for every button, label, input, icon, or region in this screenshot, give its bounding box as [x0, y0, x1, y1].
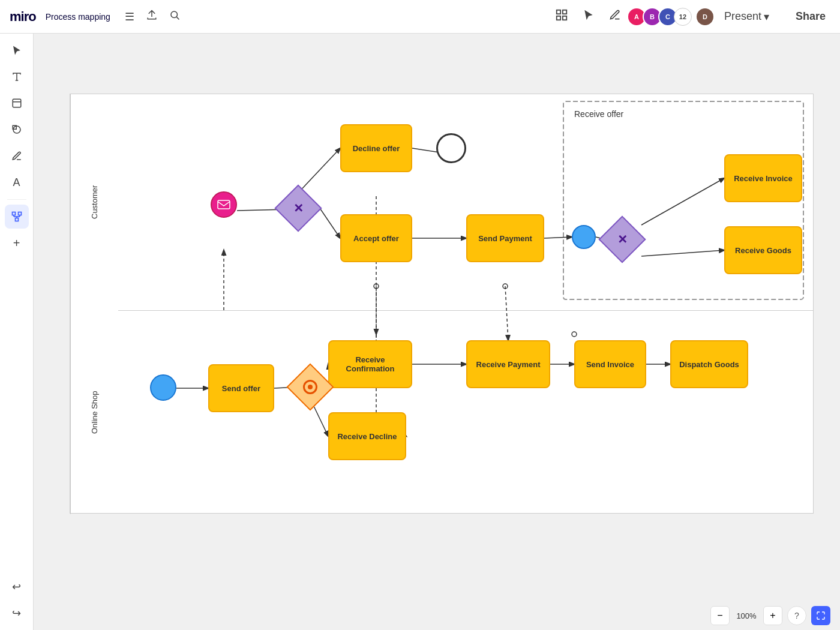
svg-line-25 — [317, 205, 340, 238]
grid-apps-button[interactable] — [550, 5, 573, 28]
zoom-level: 100% — [734, 611, 758, 620]
lane-online-shop: Online Shop — [70, 310, 118, 514]
lane-divider — [118, 310, 813, 311]
zoom-out-button[interactable]: − — [710, 606, 730, 625]
svg-rect-3 — [563, 10, 566, 14]
svg-line-28 — [544, 237, 572, 238]
svg-line-36 — [505, 286, 508, 340]
pen-tool[interactable] — [5, 144, 29, 168]
pen-tool-button[interactable] — [604, 5, 626, 28]
fit-screen-button[interactable] — [811, 606, 830, 625]
lane-customer: Customer — [70, 94, 118, 310]
text-tool-2[interactable]: A — [5, 170, 29, 194]
svg-rect-14 — [12, 212, 15, 215]
cursor-tool-button[interactable] — [578, 5, 599, 28]
svg-point-46 — [503, 284, 508, 289]
svg-line-24 — [302, 148, 340, 189]
svg-point-47 — [572, 332, 577, 337]
menu-button[interactable]: ☰ — [120, 7, 139, 27]
svg-point-8 — [789, 18, 791, 20]
end-event — [436, 133, 466, 163]
gateway-3[interactable] — [293, 370, 327, 404]
message-event — [211, 191, 237, 218]
svg-rect-5 — [563, 16, 566, 20]
svg-point-45 — [374, 284, 379, 289]
svg-line-31 — [641, 250, 724, 256]
send-payment-task[interactable]: Send Payment — [466, 214, 544, 262]
svg-line-30 — [641, 178, 724, 225]
app-logo: miro — [10, 9, 36, 25]
canvas-area[interactable]: Customer Online Shop Receive offer — [34, 34, 840, 630]
export-button[interactable] — [142, 6, 162, 27]
svg-line-10 — [787, 14, 789, 16]
svg-rect-4 — [557, 16, 560, 20]
help-button[interactable]: ? — [787, 606, 806, 625]
send-offer-task[interactable]: Send offer — [208, 364, 274, 412]
dispatch-goods-task[interactable]: Dispatch Goods — [670, 340, 748, 388]
svg-point-6 — [789, 13, 791, 16]
start-event — [150, 374, 176, 401]
receive-decline-task[interactable]: Receive Decline — [328, 412, 406, 460]
topbar: miro Process mapping ☰ — [0, 0, 840, 34]
sticky-note-tool[interactable] — [5, 91, 29, 115]
sidebar-divider — [7, 199, 26, 200]
process-diagram: Customer Online Shop Receive offer — [70, 94, 814, 514]
accept-offer-task[interactable]: Accept offer — [340, 214, 412, 262]
svg-rect-16 — [15, 218, 18, 221]
shape-tool[interactable] — [5, 118, 29, 142]
bottombar: − 100% + ? — [0, 601, 840, 630]
svg-rect-11 — [13, 99, 21, 107]
receive-invoice-task[interactable]: Receive Invoice — [724, 154, 802, 202]
receive-confirmation-task[interactable]: Receive Confirmation — [328, 340, 412, 388]
svg-text:Receive offer: Receive offer — [574, 109, 624, 119]
svg-line-40 — [314, 406, 328, 436]
text-tool[interactable] — [5, 65, 29, 89]
svg-rect-15 — [18, 212, 21, 215]
undo-tool[interactable]: ↩ — [5, 575, 29, 599]
zoom-in-button[interactable]: + — [763, 606, 782, 625]
svg-rect-2 — [557, 10, 560, 14]
svg-rect-48 — [218, 200, 230, 209]
receive-payment-task[interactable]: Receive Payment — [466, 340, 550, 388]
avatar-4: D — [695, 7, 715, 26]
decline-offer-task[interactable]: Decline offer — [340, 124, 412, 172]
present-button[interactable]: Present ▾ — [719, 7, 774, 27]
intermediate-event — [572, 225, 596, 249]
svg-point-0 — [171, 11, 178, 18]
svg-line-9 — [787, 17, 789, 18]
add-tool[interactable]: + — [5, 231, 29, 255]
diagram-tool[interactable] — [5, 205, 29, 229]
send-invoice-task[interactable]: Send Invoice — [574, 340, 646, 388]
receive-goods-task[interactable]: Receive Goods — [724, 226, 802, 274]
left-sidebar: A + ↩ ↪ — [0, 34, 34, 630]
top-tools: ☰ — [120, 6, 185, 27]
svg-point-7 — [785, 16, 787, 18]
svg-line-1 — [176, 17, 179, 19]
gateway-2[interactable]: ✕ — [605, 223, 639, 256]
select-tool[interactable] — [5, 38, 29, 62]
avatar-count[interactable]: 12 — [674, 8, 692, 26]
board-title: Process mapping — [46, 12, 110, 22]
right-tools: A B C 12 D Present ▾ Share — [550, 5, 830, 28]
avatar-group: A B C 12 D — [631, 7, 715, 26]
gateway-1[interactable]: ✕ — [281, 191, 315, 225]
search-button[interactable] — [164, 6, 185, 27]
share-button[interactable]: Share — [779, 7, 830, 26]
